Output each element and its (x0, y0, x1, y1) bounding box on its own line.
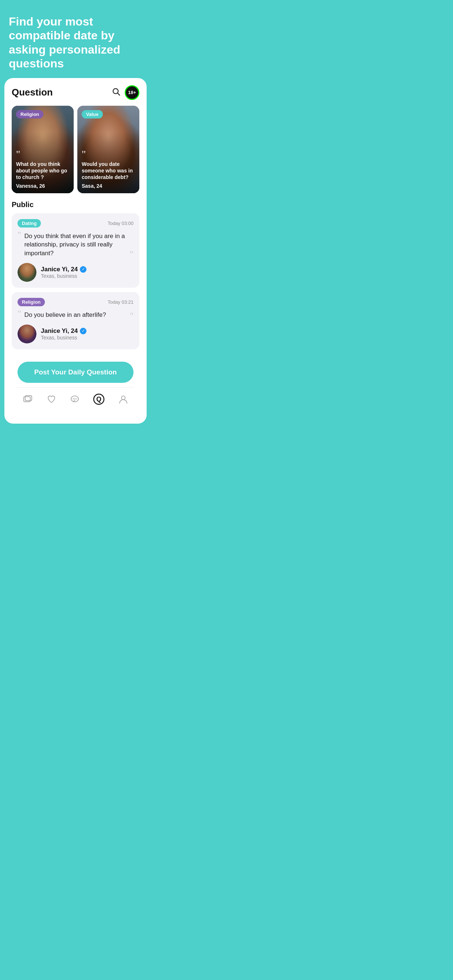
svg-point-7 (75, 398, 77, 399)
category-badge-1: Religion (16, 110, 43, 118)
svg-point-6 (74, 398, 75, 399)
quote-left-2: " (18, 309, 22, 319)
public-card-header-2: Religion Today 03:21 (18, 298, 134, 306)
post-daily-question-button[interactable]: Post Your Daily Question (18, 362, 134, 383)
quote-right-1: " (129, 250, 134, 259)
post-btn-wrapper: Post Your Daily Question (12, 354, 139, 387)
category-badge-2: Value (82, 110, 103, 118)
public-category-badge-1: Dating (18, 219, 41, 228)
nav-item-chat[interactable] (65, 393, 84, 408)
question-card-content-1: " What do you think about people who go … (12, 145, 74, 193)
user-info-row-1: Janice Yi, 24 ✓ Texas, business (18, 263, 134, 282)
question-card-1[interactable]: Religion " What do you think about peopl… (12, 106, 74, 193)
main-card: Question 18+ Religion " What do you thin… (4, 78, 147, 424)
svg-line-1 (118, 93, 120, 95)
svg-point-5 (73, 398, 74, 399)
question-icon: Q (93, 393, 105, 407)
public-question-text-1: Do you think that even if you are in a r… (24, 232, 127, 258)
search-icon[interactable] (112, 87, 120, 98)
user-avatar-2 (18, 325, 37, 344)
public-section-title: Public (12, 200, 139, 209)
user-info-row-2: Janice Yi, 24 ✓ Texas, business (18, 325, 134, 344)
verified-badge-1: ✓ (80, 266, 86, 273)
card-title: Question (12, 87, 53, 98)
question-card-2[interactable]: Value " Would you date someone who was i… (77, 106, 139, 193)
timestamp-1: Today 03:00 (108, 221, 134, 226)
user-name-1: Janice Yi, 24 (41, 266, 78, 273)
cards-icon (22, 394, 33, 407)
profile-icon (118, 394, 128, 407)
public-question-text-2: Do you believe in an afterlife? (24, 310, 127, 320)
nav-item-likes[interactable] (42, 393, 61, 408)
question-cards-row: Religion " What do you think about peopl… (12, 106, 139, 193)
quote-right-2: " (129, 311, 134, 321)
nav-item-profile[interactable] (114, 393, 133, 408)
public-question-body-1: " Do you think that even if you are in a… (18, 232, 134, 258)
user-details-2: Janice Yi, 24 ✓ Texas, business (41, 328, 86, 340)
nav-item-question[interactable]: Q (89, 392, 109, 409)
public-category-badge-2: Religion (18, 298, 45, 306)
timestamp-2: Today 03:21 (108, 299, 134, 305)
svg-text:Q: Q (96, 396, 101, 403)
public-question-body-2: " Do you believe in an afterlife? " (18, 310, 134, 320)
user-avatar-1 (18, 263, 37, 282)
user-location-2: Texas, business (41, 335, 86, 340)
heart-icon (46, 394, 57, 407)
quote-mark-1: " (16, 149, 69, 159)
user-name-row-1: Janice Yi, 24 ✓ (41, 266, 86, 273)
user-name-row-2: Janice Yi, 24 ✓ (41, 328, 86, 335)
public-card-header-1: Dating Today 03:00 (18, 219, 134, 228)
public-question-card-2: Religion Today 03:21 " Do you believe in… (12, 292, 139, 349)
public-section: Public Dating Today 03:00 " Do you think… (12, 200, 139, 349)
age-badge[interactable]: 18+ (125, 85, 139, 100)
card-header-icons: 18+ (112, 85, 139, 100)
question-text-2: Would you date someone who was in consid… (82, 161, 135, 181)
verified-badge-2: ✓ (80, 328, 86, 334)
svg-point-10 (121, 396, 125, 399)
header-area: Find your most compatible date by asking… (0, 0, 151, 78)
user-details-1: Janice Yi, 24 ✓ Texas, business (41, 266, 86, 279)
question-text-1: What do you think about people who go to… (16, 161, 69, 181)
question-card-content-2: " Would you date someone who was in cons… (77, 145, 139, 193)
quote-left-1: " (18, 231, 22, 240)
user-name-2: Janice Yi, 24 (41, 328, 78, 335)
quote-mark-2: " (82, 149, 135, 159)
public-question-card-1: Dating Today 03:00 " Do you think that e… (12, 213, 139, 288)
nav-item-cards[interactable] (18, 393, 37, 408)
header-title: Find your most compatible date by asking… (9, 14, 142, 71)
bottom-nav: Q (16, 387, 135, 416)
user-location-1: Texas, business (41, 273, 86, 279)
card-header: Question 18+ (12, 85, 139, 100)
person-name-1: Vanessa, 26 (16, 183, 69, 189)
chat-icon (70, 394, 80, 407)
person-name-2: Sasa, 24 (82, 183, 135, 189)
